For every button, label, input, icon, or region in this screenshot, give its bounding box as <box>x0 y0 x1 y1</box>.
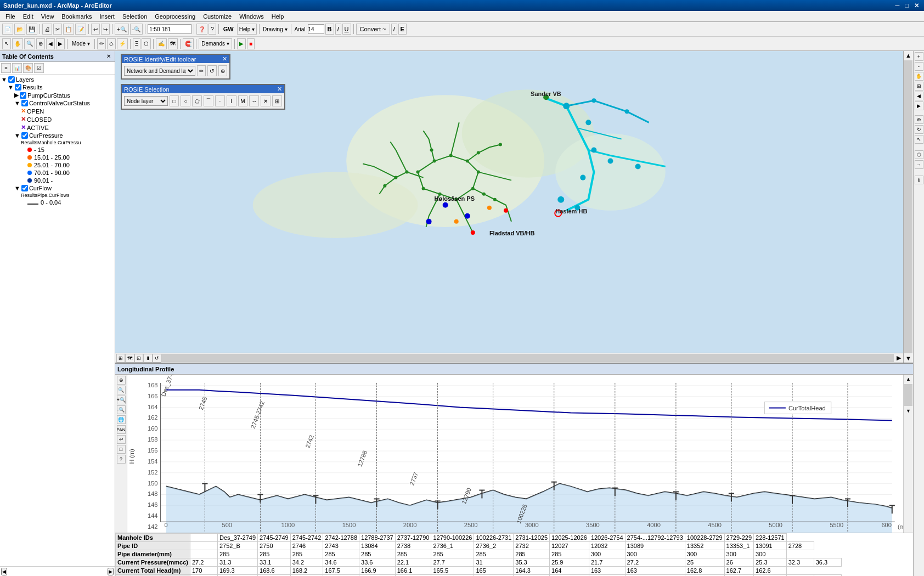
map-scroll-track[interactable] <box>904 60 912 353</box>
back-btn[interactable]: ◀ <box>46 38 55 49</box>
toc-sources-btn[interactable]: 📊 <box>12 63 22 73</box>
rosie-identify-dropdown[interactable]: Network and Demand layer Network layer D… <box>124 66 195 76</box>
chart-scroll-down[interactable]: ▼ <box>904 406 913 415</box>
menu-geoprocessing[interactable]: Geoprocessing <box>151 13 199 20</box>
save-btn[interactable]: 💾 <box>26 24 37 35</box>
layers-checkbox[interactable] <box>8 76 15 83</box>
paste-btn[interactable]: 📝 <box>75 24 86 35</box>
rt-crosshair[interactable]: ⊕ <box>915 115 923 124</box>
snap-btn[interactable]: 🧲 <box>183 38 194 49</box>
rt-back[interactable]: ◀ <box>915 92 923 100</box>
minimize-btn[interactable]: ─ <box>894 2 902 9</box>
chart-btn-6[interactable]: PAN <box>117 425 126 434</box>
chart-scroll-track[interactable] <box>904 384 912 406</box>
convert-button[interactable]: Convert ~ <box>356 24 390 35</box>
bold2-btn[interactable]: E <box>398 24 407 35</box>
italic-btn[interactable]: I <box>335 24 341 35</box>
rt-zoom-in[interactable]: + <box>915 52 923 61</box>
chart-btn-5[interactable]: 🌐 <box>117 415 126 424</box>
pan-btn[interactable]: ✋ <box>12 38 23 49</box>
topology-btn[interactable]: ⬡ <box>142 38 151 49</box>
rt-rotate[interactable]: ↻ <box>915 125 923 134</box>
open-btn[interactable]: 📂 <box>14 24 25 35</box>
zoom-btn[interactable]: 🔍 <box>24 38 35 49</box>
sel-lasso-btn[interactable]: ⌒ <box>204 95 213 106</box>
layout-btn[interactable]: ⊡ <box>134 354 143 363</box>
help-btn[interactable]: ? <box>209 24 216 35</box>
demands-button[interactable]: Demands ▾ <box>199 38 232 49</box>
results-checkbox[interactable] <box>15 84 21 91</box>
sel-all-btn[interactable]: ⊞ <box>272 95 282 106</box>
menu-customize[interactable]: Customize <box>200 13 235 20</box>
chart-btn-2[interactable]: 🔍 <box>117 386 126 394</box>
sketch-btn[interactable]: ✍ <box>156 38 167 49</box>
toc-next-btn[interactable]: ▶ <box>108 568 114 575</box>
attribute-btn[interactable]: Ξ <box>133 38 141 49</box>
menu-insert[interactable]: Insert <box>96 13 118 20</box>
valve-item[interactable]: ▼ ControlValveCurStatus <box>1 99 114 107</box>
identify-target-btn[interactable]: ⊕ <box>218 65 227 76</box>
select-btn[interactable]: ↖ <box>2 38 11 49</box>
sel-add-btn[interactable]: I <box>227 95 236 106</box>
forward-btn[interactable]: ▶ <box>56 38 65 49</box>
vertex-btn[interactable]: ◇ <box>107 38 116 49</box>
chart-scroll-up[interactable]: ▲ <box>904 375 913 383</box>
pump-checkbox[interactable] <box>20 92 26 99</box>
cut-btn[interactable]: ✂ <box>53 24 62 35</box>
rt-select[interactable]: ↖ <box>915 135 923 144</box>
rt-full-extent[interactable]: ⊞ <box>915 82 923 91</box>
map-canvas[interactable]: Sander VB Haslem HB Hølosåsen PS Fladsta… <box>115 51 913 255</box>
copy-btn[interactable]: 📋 <box>63 24 74 35</box>
results-item[interactable]: ▼ Results <box>1 83 114 91</box>
toc-selection-btn[interactable]: ☑ <box>34 63 44 73</box>
layers-root[interactable]: ▼ Layers <box>1 76 114 83</box>
menu-help[interactable]: Help <box>268 13 288 20</box>
menu-windows[interactable]: Windows <box>236 13 267 20</box>
menu-bookmarks[interactable]: Bookmarks <box>58 13 95 20</box>
edit-btn[interactable]: ✏ <box>97 38 106 49</box>
italic2-btn[interactable]: I <box>391 24 397 35</box>
flow-checkbox[interactable] <box>21 185 28 191</box>
toc-close-btn[interactable]: ✕ <box>105 53 112 60</box>
rosie-identify-header[interactable]: ROSIE Identify/Edit toolbar ✕ <box>122 55 229 63</box>
underline-btn[interactable]: U <box>342 24 351 35</box>
pause-btn[interactable]: ⏸ <box>143 354 153 363</box>
pump-item[interactable]: ▶ PumpCurStatus <box>1 91 114 99</box>
map-scroll-right[interactable]: ▶ <box>894 353 903 363</box>
rosie-selection-dropdown[interactable]: Node layer Pipe layer All layers <box>124 96 168 106</box>
chart-btn-7[interactable]: ↩ <box>117 435 126 444</box>
zoom-out-btn[interactable]: -🔍 <box>130 24 143 35</box>
toc-prev-btn[interactable]: ◀ <box>1 568 7 575</box>
rt-info[interactable]: ℹ <box>915 176 923 184</box>
print-btn[interactable]: 🖨 <box>42 24 52 35</box>
run-btn[interactable]: ▶ <box>237 38 246 49</box>
identify-btn[interactable]: ❓ <box>196 24 207 35</box>
help2-btn[interactable]: Help ▾ <box>237 24 257 35</box>
chart-btn-1[interactable]: ⊕ <box>117 376 126 385</box>
rosie-selection-header[interactable]: ROSIE Selection ✕ <box>122 85 284 93</box>
zoom-in-btn[interactable]: +🔍 <box>115 24 129 35</box>
rt-network[interactable]: ⬡ <box>915 150 923 159</box>
refresh-map-btn[interactable]: ↺ <box>153 354 161 363</box>
chart-btn-3[interactable]: +🔍 <box>117 396 126 404</box>
menu-file[interactable]: File <box>2 13 19 20</box>
stop-btn[interactable]: ■ <box>247 38 255 49</box>
chart-btn-8[interactable]: □ <box>117 445 126 454</box>
sel-circle-btn[interactable]: ○ <box>181 95 190 106</box>
valve-checkbox[interactable] <box>21 100 28 106</box>
flow-item[interactable]: ▼ CurFlow <box>1 184 114 192</box>
sel-move-btn[interactable]: ↔ <box>249 95 259 106</box>
rosie-selection-close[interactable]: ✕ <box>277 86 282 93</box>
split-btn[interactable]: ⚡ <box>117 38 128 49</box>
preview-btn[interactable]: 🗺 <box>125 354 134 363</box>
toc-drawing-btn[interactable]: 🎨 <box>23 63 33 73</box>
new-btn[interactable]: 📄 <box>2 24 13 35</box>
menu-edit[interactable]: Edit <box>20 13 37 20</box>
rt-flow[interactable]: → <box>915 160 923 169</box>
pressure-checkbox[interactable] <box>21 132 28 139</box>
map-scroll-up[interactable]: ▲ <box>904 51 913 60</box>
chart-svg-container[interactable]: 168 166 164 162 160 158 156 154 152 150 … <box>127 375 903 533</box>
identify-refresh-btn[interactable]: ↺ <box>207 65 216 76</box>
pressure-item[interactable]: ▼ CurPressure <box>1 132 114 139</box>
rt-fwd[interactable]: ▶ <box>915 101 923 110</box>
